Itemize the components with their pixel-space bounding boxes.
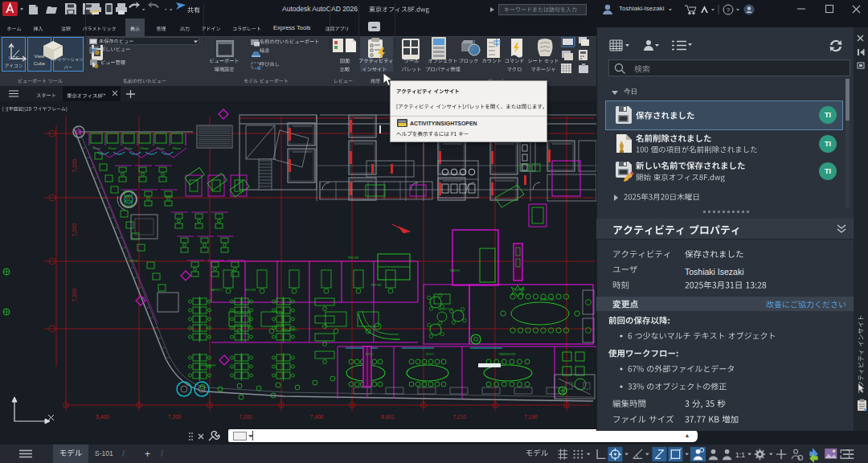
- svg-text:1:1: 1:1: [735, 451, 745, 459]
- svg-text:7,210: 7,210: [452, 414, 466, 420]
- svg-text:Phone: Phone: [108, 147, 117, 150]
- svg-text:OFFICE: OFFICE: [129, 260, 138, 263]
- svg-text:?: ?: [727, 6, 731, 14]
- svg-text:7,200: 7,200: [168, 414, 182, 420]
- svg-text:MTG 1: MTG 1: [366, 353, 374, 356]
- svg-text:7,400: 7,400: [310, 414, 324, 420]
- svg-text:REF RM: REF RM: [371, 284, 382, 287]
- svg-text:MTG 2: MTG 2: [426, 353, 434, 356]
- svg-text:7,200: 7,200: [72, 158, 77, 172]
- svg-text:SERVER: SERVER: [514, 289, 526, 292]
- svg-text:PWD RM: PWD RM: [348, 256, 359, 260]
- svg-text:FREE ADDR 2: FREE ADDR 2: [281, 329, 298, 332]
- svg-text:5,400: 5,400: [96, 414, 109, 420]
- svg-text:Phone: Phone: [173, 147, 181, 150]
- svg-text:MTG RM: MTG RM: [245, 289, 256, 292]
- svg-text:7,200: 7,200: [72, 223, 77, 236]
- svg-text:7,200: 7,200: [239, 414, 252, 420]
- svg-text:PANTRY 1: PANTRY 1: [211, 289, 223, 292]
- svg-text:RECEPTION: RECEPTION: [438, 308, 453, 311]
- svg-text:FREE ADDR: FREE ADDR: [201, 364, 216, 367]
- svg-text:TRAINING RM: TRAINING RM: [498, 353, 515, 356]
- svg-text:BOARD RM: BOARD RM: [540, 298, 555, 301]
- svg-text:PANTRY: PANTRY: [450, 269, 461, 272]
- svg-text:7,190: 7,190: [524, 414, 538, 420]
- svg-text:7,200: 7,200: [72, 288, 77, 301]
- svg-text:WORK: WORK: [165, 195, 174, 199]
- svg-text:8,601: 8,601: [381, 414, 395, 420]
- svg-text:Phone: Phone: [141, 147, 149, 150]
